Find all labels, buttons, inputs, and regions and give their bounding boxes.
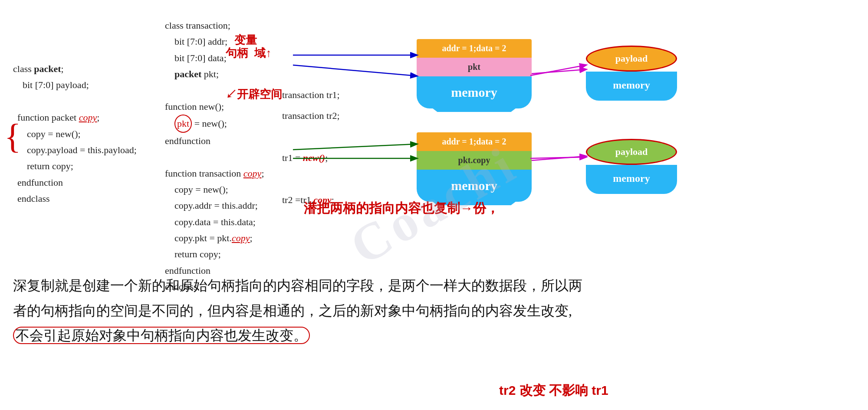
new-call: new() [303,152,325,163]
svg-line-8 [530,65,586,75]
bottom-para2: 者的句柄指向的空间是不同的，但内容是相通的，之后的新对象中句柄指向的内容发生改变… [13,298,582,324]
block-group-2: addr = 1;data = 2 pkt.copy memory [417,132,532,202]
packet-keyword: packet [34,63,61,74]
trans-pkt-new: pkt = new(); [165,115,264,132]
svg-line-5 [530,156,586,161]
addr-bar-1: addr = 1;data = 2 [417,39,532,58]
fn-copy-line2: copy.payload = this.payload; [17,142,137,158]
pkt-bar-1: pkt [417,58,532,76]
left-panel: class packet; bit [7:0] payload; { funct… [13,61,137,207]
curly-brace: { [4,119,21,154]
addr-bar-2: addr = 1;data = 2 [417,132,532,151]
trans-line4: packet pkt; [165,66,264,82]
tr1-decl: transaction tr1; [282,85,340,105]
pkt-circle: pkt [174,115,192,132]
trans-copy-fn: function transaction copy; [165,165,264,181]
endclass-label: endclass [17,190,137,207]
mid-panel: transaction tr1; transaction tr2; tr1 = … [282,85,340,210]
copy-block: { function packet copy; copy = new(); co… [13,109,137,207]
fn-copy-line3: return copy; [17,158,137,174]
memory-bar-2: memory [417,170,532,202]
hw-annotation-deep-copy: 潜把两柄的指向内容也复制→份， [304,200,499,217]
trans-copy-line4: copy.pkt = pkt.copy; [165,230,264,246]
bottom-para1: 深复制就是创建一个新的和原始句柄指向的内容相同的字段，是两个一样大的数据段，所以… [13,273,582,298]
bottom-text: 深复制就是创建一个新的和原始句柄指向的内容相同的字段，是两个一样大的数据段，所以… [13,273,582,348]
payload-group-1: payload memory [586,46,677,101]
payload-oval-1: payload [586,46,677,72]
bottom-para3: 不会引起原始对象中句柄指向内容也发生改变。 [13,323,582,348]
trans-line1: class transaction; [165,17,264,33]
trans-copy-line3: copy.data = this.data; [165,214,264,230]
hw-annotation-space: ↙开辟空间 [226,87,282,102]
trans-copy-line2: copy.addr = this.addr; [165,197,264,213]
trans-endfn1: endfunction [165,133,264,149]
circled-text: 不会引起原始对象中句柄指向内容也发生改变。 [13,327,310,344]
svg-line-2 [530,69,586,74]
packet-bold: packet [174,69,201,79]
pkt-copy-label: copy [232,233,250,243]
pkt-copy-bar: pkt.copy [417,151,532,170]
memory-bar-right-1: memory [586,72,677,101]
endfunction-label: endfunction [17,174,137,190]
memory-bar-right-2: memory [586,165,677,194]
trans-copy-line1: copy = new(); [165,181,264,197]
tr2-decl: transaction tr2; [282,105,340,126]
payload-oval-2: payload [586,139,677,165]
block-group-1: addr = 1;data = 2 pkt memory [417,39,532,108]
payload-group-2: payload memory [586,139,677,194]
memory-bar-1: memory [417,76,532,108]
packet-class-line2: bit [7:0] payload; [13,77,137,93]
fn-copy-line1: copy = new(); [17,126,137,142]
svg-line-7 [293,65,417,76]
fn-copy-header: function packet copy; [17,109,137,125]
hw-annotation-tr2: tr2 改变 不影响 tr1 [499,382,608,400]
trans-copy-line5: return copy; [165,246,264,262]
hw-annotation-handle: 句柄 域↑ [226,46,271,61]
fn-copy-label: copy [79,112,97,123]
tr1-new: tr1 = new(); [282,148,340,168]
main-container: Coachi class packet; bit [7:0] payload; … [0,0,868,410]
svg-line-11 [530,157,586,158]
packet-class-line1: class packet; [13,61,137,77]
trans-copy-label: copy [243,168,262,179]
